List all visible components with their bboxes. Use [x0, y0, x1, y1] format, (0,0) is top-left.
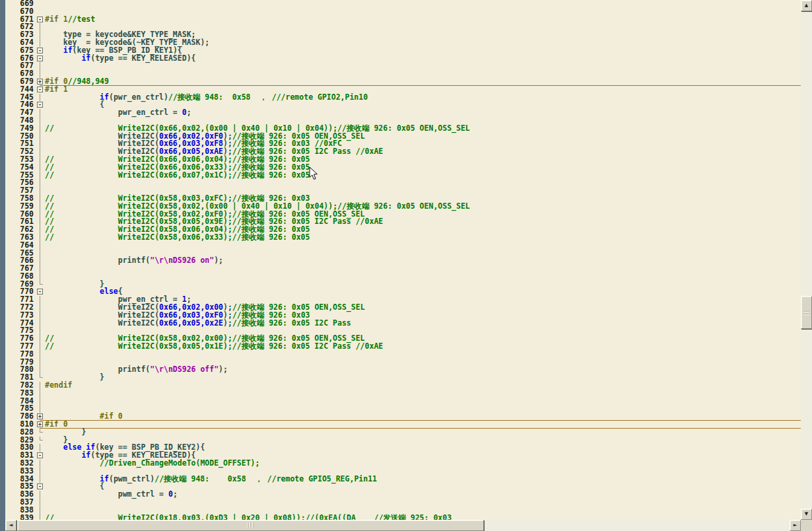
- fold-collapse-icon[interactable]: -: [37, 483, 43, 489]
- code-text[interactable]: pwr_en_ctrl = 0;: [45, 109, 191, 117]
- code-line[interactable]: 671-#if 1//test: [5, 16, 801, 24]
- fold-margin: [36, 265, 45, 273]
- fold-collapse-icon[interactable]: -: [37, 87, 43, 92]
- code-line[interactable]: 766 printf("\r\nDS926 on");: [5, 257, 801, 265]
- fold-margin: [36, 468, 45, 476]
- code-line[interactable]: 778: [5, 351, 801, 359]
- vertical-scrollbar[interactable]: ▲ ▼: [801, 0, 812, 520]
- code-line[interactable]: 676- if(type == KEY_RELEASED){: [5, 55, 801, 63]
- horizontal-scrollbar[interactable]: ◄ ►: [5, 520, 801, 531]
- horizontal-scroll-thumb[interactable]: [17, 520, 484, 531]
- code-line[interactable]: 768: [5, 273, 801, 281]
- fold-collapse-icon[interactable]: -: [37, 289, 43, 295]
- code-text[interactable]: printf("\r\nDS926 on");: [45, 257, 223, 265]
- fold-collapse-icon[interactable]: -: [37, 452, 43, 458]
- fold-margin: [36, 234, 45, 242]
- scroll-up-button[interactable]: ▲: [801, 0, 812, 11]
- code-text[interactable]: // WriteI2C(0x58,0x05,0x1E);//接收端 926: 0…: [45, 343, 383, 351]
- line-number: 839: [5, 514, 36, 520]
- code-text[interactable]: WriteI2C(0x66,0x05,0x2E);//接收端 926: 0x05…: [45, 320, 351, 328]
- code-token-com: //接收端 948: 0x58 ， //remote GPIO5_REG,Pin…: [154, 474, 377, 483]
- fold-margin: [36, 172, 45, 180]
- code-text[interactable]: // WriteI2C(0x18,0x03,(0xD3 | 0x20 | 0x0…: [45, 514, 452, 520]
- code-line[interactable]: 839// WriteI2C(0x18,0x03,(0xD3 | 0x20 | …: [5, 514, 801, 520]
- code-line[interactable]: 669: [5, 0, 801, 8]
- fold-margin: [36, 390, 45, 398]
- code-text[interactable]: // WriteI2C(0x58,0x06,0x33);//接收端 926: 0…: [45, 234, 310, 242]
- fold-margin: [36, 242, 45, 250]
- vertical-scroll-thumb[interactable]: [801, 296, 812, 329]
- code-line[interactable]: 670: [5, 8, 801, 16]
- code-line[interactable]: 782#endif: [5, 382, 801, 390]
- fold-margin: [36, 31, 45, 39]
- arrow-down-icon: ▼: [805, 512, 808, 516]
- code-line[interactable]: 837: [5, 499, 801, 507]
- code-line[interactable]: 769 }: [5, 281, 801, 289]
- fold-collapse-icon[interactable]: -: [37, 55, 43, 61]
- fold-expand-icon[interactable]: +: [37, 413, 43, 419]
- code-line[interactable]: 747 pwr_en_ctrl = 0;: [5, 109, 801, 117]
- fold-margin: [36, 0, 45, 8]
- fold-margin: [36, 460, 45, 468]
- fold-margin: [36, 109, 45, 117]
- code-line[interactable]: 679+#if 0//948,949: [5, 78, 801, 86]
- fold-toggle[interactable]: -: [36, 288, 45, 296]
- code-text[interactable]: pwm_ctrl = 0;: [45, 491, 178, 499]
- fold-toggle[interactable]: -: [36, 16, 45, 24]
- code-line[interactable]: 755// WriteI2C(0x66,0x07,0x1C);//接收端 926…: [5, 172, 801, 180]
- code-line[interactable]: 774 WriteI2C(0x66,0x05,0x2E);//接收端 926: …: [5, 320, 801, 328]
- fold-margin: [36, 203, 45, 211]
- code-token-id: ;: [173, 489, 178, 499]
- fold-margin: [36, 140, 45, 148]
- code-line[interactable]: 764: [5, 242, 801, 250]
- fold-margin: [36, 195, 45, 203]
- code-line[interactable]: 786+ #if 0: [5, 413, 801, 421]
- code-line[interactable]: 785: [5, 405, 801, 413]
- code-line[interactable]: 745 if(pwr_en_ctrl)//接收端 948: 0x58 ， ///…: [5, 94, 801, 102]
- code-line[interactable]: 780 printf("\r\nDS926 off");: [5, 366, 801, 374]
- fold-toggle[interactable]: -: [36, 483, 45, 491]
- code-text[interactable]: // WriteI2C(0x66,0x07,0x1C);//接收端 926: 0…: [45, 172, 310, 180]
- scroll-left-button[interactable]: ◄: [5, 520, 17, 531]
- fold-margin: [36, 156, 45, 164]
- code-line[interactable]: 781 }: [5, 374, 801, 382]
- code-text[interactable]: #if 1//test: [45, 16, 95, 24]
- fold-collapse-icon[interactable]: -: [37, 48, 43, 53]
- code-line[interactable]: 763// WriteI2C(0x58,0x06,0x33);//接收端 926…: [5, 234, 801, 242]
- fold-margin: [36, 514, 45, 520]
- code-text[interactable]: //Driven_ChangeModeTo(MODE_OFFSET);: [45, 460, 259, 468]
- code-line[interactable]: 756: [5, 179, 801, 187]
- fold-toggle[interactable]: -: [36, 101, 45, 109]
- fold-toggle[interactable]: -: [36, 86, 45, 94]
- code-line[interactable]: 783: [5, 390, 801, 398]
- code-line[interactable]: 832 //Driven_ChangeModeTo(MODE_OFFSET);: [5, 460, 801, 468]
- fold-collapse-icon[interactable]: -: [37, 17, 43, 22]
- fold-expand-icon[interactable]: +: [37, 421, 43, 427]
- code-line[interactable]: 828 }: [5, 429, 801, 437]
- code-text[interactable]: if(type == KEY_RELEASED){: [45, 55, 196, 63]
- code-line[interactable]: 767: [5, 265, 801, 273]
- fold-margin: [36, 304, 45, 312]
- fold-toggle[interactable]: -: [36, 47, 45, 55]
- scroll-down-button[interactable]: ▼: [801, 509, 812, 520]
- thumb-grip-icon: [247, 522, 254, 528]
- code-area[interactable]: 669670671-#if 1//test672673 type = keyco…: [5, 0, 801, 520]
- code-line[interactable]: 677: [5, 62, 801, 70]
- code-text[interactable]: #endif: [45, 382, 73, 390]
- code-line[interactable]: 834 if(pwm_ctrl)//接收端 948: 0x58 ， //remo…: [5, 476, 801, 483]
- arrow-up-icon: ▲: [805, 3, 808, 8]
- code-line[interactable]: 810+#if 0: [5, 421, 801, 429]
- code-line[interactable]: 836 pwm_ctrl = 0;: [5, 491, 801, 499]
- fold-margin: [36, 491, 45, 499]
- fold-expand-icon[interactable]: +: [37, 79, 43, 85]
- fold-collapse-icon[interactable]: -: [37, 102, 43, 108]
- code-line[interactable]: 784: [5, 398, 801, 406]
- code-line[interactable]: 777// WriteI2C(0x58,0x05,0x1E);//接收端 926…: [5, 343, 801, 351]
- code-token-str: "\r\nDS926 off": [150, 365, 219, 374]
- fold-margin: [36, 226, 45, 234]
- fold-margin: [36, 273, 45, 281]
- scroll-right-button[interactable]: ►: [790, 520, 801, 531]
- code-line[interactable]: 678: [5, 70, 801, 78]
- fold-toggle[interactable]: -: [36, 55, 45, 63]
- fold-toggle[interactable]: -: [36, 452, 45, 460]
